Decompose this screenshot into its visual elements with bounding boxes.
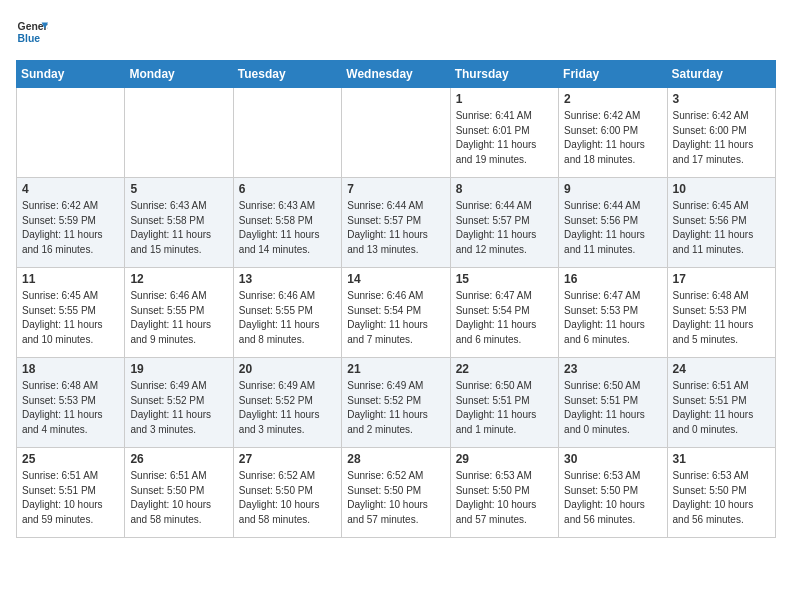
calendar-week-3: 11Sunrise: 6:45 AM Sunset: 5:55 PM Dayli… [17, 268, 776, 358]
calendar-cell: 2Sunrise: 6:42 AM Sunset: 6:00 PM Daylig… [559, 88, 667, 178]
day-number: 19 [130, 362, 227, 376]
day-number: 14 [347, 272, 444, 286]
day-content: Sunrise: 6:51 AM Sunset: 5:50 PM Dayligh… [130, 469, 227, 527]
day-content: Sunrise: 6:42 AM Sunset: 6:00 PM Dayligh… [564, 109, 661, 167]
calendar-cell: 31Sunrise: 6:53 AM Sunset: 5:50 PM Dayli… [667, 448, 775, 538]
calendar-cell: 10Sunrise: 6:45 AM Sunset: 5:56 PM Dayli… [667, 178, 775, 268]
day-content: Sunrise: 6:46 AM Sunset: 5:54 PM Dayligh… [347, 289, 444, 347]
calendar-cell: 20Sunrise: 6:49 AM Sunset: 5:52 PM Dayli… [233, 358, 341, 448]
day-number: 18 [22, 362, 119, 376]
day-content: Sunrise: 6:49 AM Sunset: 5:52 PM Dayligh… [347, 379, 444, 437]
calendar-cell: 29Sunrise: 6:53 AM Sunset: 5:50 PM Dayli… [450, 448, 558, 538]
day-content: Sunrise: 6:52 AM Sunset: 5:50 PM Dayligh… [239, 469, 336, 527]
day-content: Sunrise: 6:52 AM Sunset: 5:50 PM Dayligh… [347, 469, 444, 527]
calendar-cell: 11Sunrise: 6:45 AM Sunset: 5:55 PM Dayli… [17, 268, 125, 358]
calendar-cell: 4Sunrise: 6:42 AM Sunset: 5:59 PM Daylig… [17, 178, 125, 268]
day-content: Sunrise: 6:53 AM Sunset: 5:50 PM Dayligh… [456, 469, 553, 527]
day-number: 21 [347, 362, 444, 376]
day-number: 28 [347, 452, 444, 466]
day-number: 6 [239, 182, 336, 196]
calendar-cell: 3Sunrise: 6:42 AM Sunset: 6:00 PM Daylig… [667, 88, 775, 178]
logo: General Blue [16, 16, 48, 48]
day-content: Sunrise: 6:44 AM Sunset: 5:57 PM Dayligh… [347, 199, 444, 257]
day-number: 16 [564, 272, 661, 286]
calendar-cell: 25Sunrise: 6:51 AM Sunset: 5:51 PM Dayli… [17, 448, 125, 538]
weekday-header-thursday: Thursday [450, 61, 558, 88]
day-number: 22 [456, 362, 553, 376]
day-number: 27 [239, 452, 336, 466]
day-number: 9 [564, 182, 661, 196]
day-number: 10 [673, 182, 770, 196]
day-number: 20 [239, 362, 336, 376]
day-content: Sunrise: 6:49 AM Sunset: 5:52 PM Dayligh… [239, 379, 336, 437]
calendar-cell: 6Sunrise: 6:43 AM Sunset: 5:58 PM Daylig… [233, 178, 341, 268]
svg-text:Blue: Blue [18, 33, 41, 44]
day-content: Sunrise: 6:53 AM Sunset: 5:50 PM Dayligh… [673, 469, 770, 527]
day-content: Sunrise: 6:42 AM Sunset: 6:00 PM Dayligh… [673, 109, 770, 167]
day-number: 24 [673, 362, 770, 376]
logo-icon: General Blue [16, 16, 48, 48]
day-number: 8 [456, 182, 553, 196]
calendar-cell: 14Sunrise: 6:46 AM Sunset: 5:54 PM Dayli… [342, 268, 450, 358]
weekday-header-monday: Monday [125, 61, 233, 88]
day-content: Sunrise: 6:44 AM Sunset: 5:56 PM Dayligh… [564, 199, 661, 257]
day-number: 13 [239, 272, 336, 286]
day-number: 25 [22, 452, 119, 466]
day-number: 2 [564, 92, 661, 106]
day-number: 7 [347, 182, 444, 196]
calendar-cell: 12Sunrise: 6:46 AM Sunset: 5:55 PM Dayli… [125, 268, 233, 358]
day-content: Sunrise: 6:46 AM Sunset: 5:55 PM Dayligh… [130, 289, 227, 347]
day-number: 4 [22, 182, 119, 196]
calendar-cell: 26Sunrise: 6:51 AM Sunset: 5:50 PM Dayli… [125, 448, 233, 538]
calendar-cell: 17Sunrise: 6:48 AM Sunset: 5:53 PM Dayli… [667, 268, 775, 358]
day-content: Sunrise: 6:48 AM Sunset: 5:53 PM Dayligh… [673, 289, 770, 347]
day-number: 12 [130, 272, 227, 286]
calendar-cell [125, 88, 233, 178]
day-number: 17 [673, 272, 770, 286]
day-number: 31 [673, 452, 770, 466]
day-content: Sunrise: 6:45 AM Sunset: 5:56 PM Dayligh… [673, 199, 770, 257]
day-number: 5 [130, 182, 227, 196]
calendar-header: SundayMondayTuesdayWednesdayThursdayFrid… [17, 61, 776, 88]
page-header: General Blue [16, 16, 776, 48]
calendar-week-4: 18Sunrise: 6:48 AM Sunset: 5:53 PM Dayli… [17, 358, 776, 448]
day-content: Sunrise: 6:51 AM Sunset: 5:51 PM Dayligh… [22, 469, 119, 527]
day-number: 30 [564, 452, 661, 466]
calendar-week-1: 1Sunrise: 6:41 AM Sunset: 6:01 PM Daylig… [17, 88, 776, 178]
day-number: 3 [673, 92, 770, 106]
day-content: Sunrise: 6:51 AM Sunset: 5:51 PM Dayligh… [673, 379, 770, 437]
calendar-cell: 18Sunrise: 6:48 AM Sunset: 5:53 PM Dayli… [17, 358, 125, 448]
calendar-cell: 5Sunrise: 6:43 AM Sunset: 5:58 PM Daylig… [125, 178, 233, 268]
day-content: Sunrise: 6:42 AM Sunset: 5:59 PM Dayligh… [22, 199, 119, 257]
weekday-header-friday: Friday [559, 61, 667, 88]
calendar-cell: 23Sunrise: 6:50 AM Sunset: 5:51 PM Dayli… [559, 358, 667, 448]
day-content: Sunrise: 6:47 AM Sunset: 5:53 PM Dayligh… [564, 289, 661, 347]
calendar-cell: 7Sunrise: 6:44 AM Sunset: 5:57 PM Daylig… [342, 178, 450, 268]
day-number: 29 [456, 452, 553, 466]
day-number: 1 [456, 92, 553, 106]
day-content: Sunrise: 6:41 AM Sunset: 6:01 PM Dayligh… [456, 109, 553, 167]
calendar-cell: 15Sunrise: 6:47 AM Sunset: 5:54 PM Dayli… [450, 268, 558, 358]
day-content: Sunrise: 6:49 AM Sunset: 5:52 PM Dayligh… [130, 379, 227, 437]
day-content: Sunrise: 6:50 AM Sunset: 5:51 PM Dayligh… [564, 379, 661, 437]
calendar-cell: 21Sunrise: 6:49 AM Sunset: 5:52 PM Dayli… [342, 358, 450, 448]
calendar-cell: 30Sunrise: 6:53 AM Sunset: 5:50 PM Dayli… [559, 448, 667, 538]
calendar-cell: 8Sunrise: 6:44 AM Sunset: 5:57 PM Daylig… [450, 178, 558, 268]
calendar-table: SundayMondayTuesdayWednesdayThursdayFrid… [16, 60, 776, 538]
calendar-cell: 22Sunrise: 6:50 AM Sunset: 5:51 PM Dayli… [450, 358, 558, 448]
calendar-cell: 28Sunrise: 6:52 AM Sunset: 5:50 PM Dayli… [342, 448, 450, 538]
calendar-cell: 16Sunrise: 6:47 AM Sunset: 5:53 PM Dayli… [559, 268, 667, 358]
day-number: 26 [130, 452, 227, 466]
weekday-header-saturday: Saturday [667, 61, 775, 88]
day-content: Sunrise: 6:50 AM Sunset: 5:51 PM Dayligh… [456, 379, 553, 437]
calendar-cell: 13Sunrise: 6:46 AM Sunset: 5:55 PM Dayli… [233, 268, 341, 358]
calendar-cell: 24Sunrise: 6:51 AM Sunset: 5:51 PM Dayli… [667, 358, 775, 448]
calendar-cell [17, 88, 125, 178]
weekday-header-sunday: Sunday [17, 61, 125, 88]
day-content: Sunrise: 6:43 AM Sunset: 5:58 PM Dayligh… [239, 199, 336, 257]
calendar-cell: 9Sunrise: 6:44 AM Sunset: 5:56 PM Daylig… [559, 178, 667, 268]
day-number: 11 [22, 272, 119, 286]
day-content: Sunrise: 6:44 AM Sunset: 5:57 PM Dayligh… [456, 199, 553, 257]
day-number: 23 [564, 362, 661, 376]
calendar-cell: 27Sunrise: 6:52 AM Sunset: 5:50 PM Dayli… [233, 448, 341, 538]
